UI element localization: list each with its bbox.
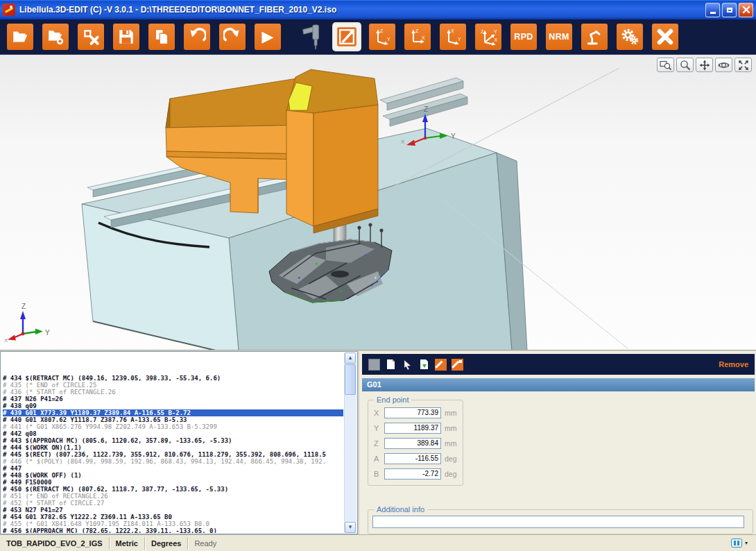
view-iso-button[interactable]: Z Y X xyxy=(475,24,501,50)
a-input[interactable]: -116.55 xyxy=(384,453,441,464)
zoom-window-icon xyxy=(660,60,672,71)
select-icon[interactable] xyxy=(402,359,413,371)
z-label: Z xyxy=(374,439,384,448)
scroll-down-button[interactable]: ▼ xyxy=(345,522,356,533)
gcode-line[interactable]: # 449 F150000 xyxy=(3,479,343,486)
torch-tool-button[interactable] xyxy=(298,24,325,50)
edit-geometry-icon[interactable] xyxy=(452,359,463,371)
scroll-thumb[interactable] xyxy=(345,364,356,395)
grid-icon[interactable] xyxy=(368,359,380,371)
rpd-button[interactable]: RPD xyxy=(510,24,537,50)
gcode-line[interactable]: # 443 $(APPROACH MC) (805.6, 1120.62, 35… xyxy=(3,437,343,444)
save-copy-button[interactable] xyxy=(148,24,175,50)
gcode-line[interactable]: # 452 (* START of CIRCLE.27 xyxy=(3,500,343,507)
settings-button[interactable] xyxy=(617,24,643,50)
view-xy-icon: X Y xyxy=(444,28,462,46)
main-toolbar: ▶ Z Y xyxy=(0,19,756,54)
view-xy-button[interactable]: X Y xyxy=(440,24,466,50)
gcode-line[interactable]: # 446 (* $(POLY) (864.99, 998.59, 192.96… xyxy=(3,458,343,465)
gcode-panel[interactable]: # 434 $(RETRACT MC) (849.16, 1239.05, 39… xyxy=(0,351,358,534)
viewport-3d[interactable]: Z Y X Z Y X xyxy=(0,54,756,350)
gcode-line[interactable]: # 448 $(WORK OFF) (1) xyxy=(3,472,343,479)
undo-icon xyxy=(188,28,206,46)
gcode-line[interactable]: # 441 (* G01 X865.276 Y994.98 Z202.749 A… xyxy=(3,423,343,430)
svg-text:Z: Z xyxy=(424,105,428,113)
zoom-button[interactable] xyxy=(676,58,694,72)
gcode-line[interactable]: # 454 G01 X782.65 Y1222.2 Z369.11 A-133.… xyxy=(3,514,343,520)
gcode-line[interactable]: # 434 $(RETRACT MC) (849.16, 1239.05, 39… xyxy=(3,375,343,382)
gcode-line[interactable]: # 442 q08 xyxy=(3,430,343,437)
block-title: G01 xyxy=(367,380,381,389)
orbit-button[interactable] xyxy=(715,58,732,72)
orbit-icon xyxy=(718,60,730,71)
layout-panels-icon[interactable] xyxy=(731,539,742,548)
view-zx-button[interactable]: Z X xyxy=(404,24,431,50)
x-input[interactable]: 773.39 xyxy=(384,407,441,418)
pan-button[interactable] xyxy=(696,58,713,72)
play-icon: ▶ xyxy=(262,29,274,44)
redo-icon xyxy=(223,28,241,46)
additional-info-input[interactable] xyxy=(372,516,744,528)
save-button[interactable] xyxy=(113,24,139,50)
gcode-line[interactable]: # 451 (* END of RECTANGLE.26 xyxy=(3,493,343,500)
gcode-line[interactable]: # 456 $(APPROACH MC) (782.65, 1222.2, 33… xyxy=(3,527,343,533)
exit-button[interactable] xyxy=(652,24,678,50)
rpd-label: RPD xyxy=(514,32,533,42)
gcode-line[interactable]: # 450 $(RETRACT MC) (807.62, 1118.7, 387… xyxy=(3,486,343,493)
gcode-line[interactable]: # 439 G01 X773.39 Y1189.37 Z389.84 A-116… xyxy=(3,409,343,416)
status-message: Ready xyxy=(188,537,223,550)
endpoint-legend: End point xyxy=(374,395,411,405)
minimize-button[interactable] xyxy=(705,3,720,17)
undo-button[interactable] xyxy=(184,24,210,50)
open-drawing-button[interactable] xyxy=(42,24,69,50)
z-unit: mm xyxy=(445,439,457,448)
gcode-line[interactable]: # 447 xyxy=(3,465,343,472)
b-input[interactable]: -2.72 xyxy=(384,468,441,480)
gcode-line[interactable]: # 444 $(WORK ON)(1,1) xyxy=(3,444,343,451)
zoom-icon xyxy=(680,60,691,71)
view-iso-icon: Z Y X xyxy=(479,28,497,46)
gcode-line[interactable]: # 436 (* START of RECTANGLE.26 xyxy=(3,389,343,396)
zoom-window-button[interactable] xyxy=(657,58,674,72)
gcode-line[interactable]: # 437 N26 P41=26 xyxy=(3,396,343,402)
scroll-up-button[interactable]: ▲ xyxy=(345,353,356,364)
restore-icon xyxy=(727,8,732,12)
gcode-lines: # 434 $(RETRACT MC) (849.16, 1239.05, 39… xyxy=(3,354,343,533)
robot-arm-icon xyxy=(585,28,603,46)
nrm-button[interactable]: NRM xyxy=(546,24,572,50)
svg-text:Y: Y xyxy=(458,37,461,42)
gcode-line[interactable]: # 445 $(RECT) (807.236, 1122.739, 355.91… xyxy=(3,451,343,458)
verify-toggle-button[interactable] xyxy=(334,24,360,50)
gcode-scrollbar[interactable]: ▲ ▼ xyxy=(344,353,356,533)
gcode-line[interactable]: # 440 G01 X807.62 Y1118.7 Z387.76 A-133.… xyxy=(3,416,343,423)
z-input[interactable]: 389.84 xyxy=(384,438,441,449)
gcode-line[interactable]: # 435 (* END of CIRCLE.25 xyxy=(3,382,343,389)
edit-line-icon[interactable] xyxy=(435,359,447,371)
additional-info-legend: Additional info xyxy=(374,505,427,514)
svg-text:Z: Z xyxy=(22,303,26,310)
gcode-line[interactable]: # 453 N27 P41=27 xyxy=(3,507,343,514)
gcode-line[interactable]: # 438 q09 xyxy=(3,402,343,409)
open-file-button[interactable] xyxy=(7,24,33,50)
y-input[interactable]: 1189.37 xyxy=(384,423,441,434)
view-zy-button[interactable]: Z Y xyxy=(369,24,395,50)
close-file-button[interactable] xyxy=(78,24,104,50)
view-zx-icon: Z X xyxy=(409,28,427,46)
gcode-line[interactable]: # 455 (* G01 X841.648 Y1097.195 Z184.011… xyxy=(3,520,343,527)
title-bar[interactable]: Libellula.3D-EDIT (C) -V 3.0.1 - D:\THRE… xyxy=(0,0,756,19)
x-label: X xyxy=(374,409,384,417)
dropdown-caret-icon[interactable]: ▾ xyxy=(745,540,748,546)
insert-line-icon[interactable] xyxy=(418,359,430,371)
close-button[interactable] xyxy=(739,3,753,17)
svg-text:Y: Y xyxy=(451,133,456,140)
restore-button[interactable] xyxy=(722,3,737,17)
remove-button[interactable]: Remove xyxy=(719,360,748,368)
new-line-icon[interactable] xyxy=(385,359,397,371)
svg-text:Z: Z xyxy=(415,28,419,33)
open-folder-icon xyxy=(11,28,29,46)
redo-button[interactable] xyxy=(219,24,246,50)
fit-view-button[interactable] xyxy=(734,58,752,72)
run-button[interactable]: ▶ xyxy=(255,24,281,50)
robot-button[interactable] xyxy=(581,24,608,50)
b-label: B xyxy=(374,470,384,478)
